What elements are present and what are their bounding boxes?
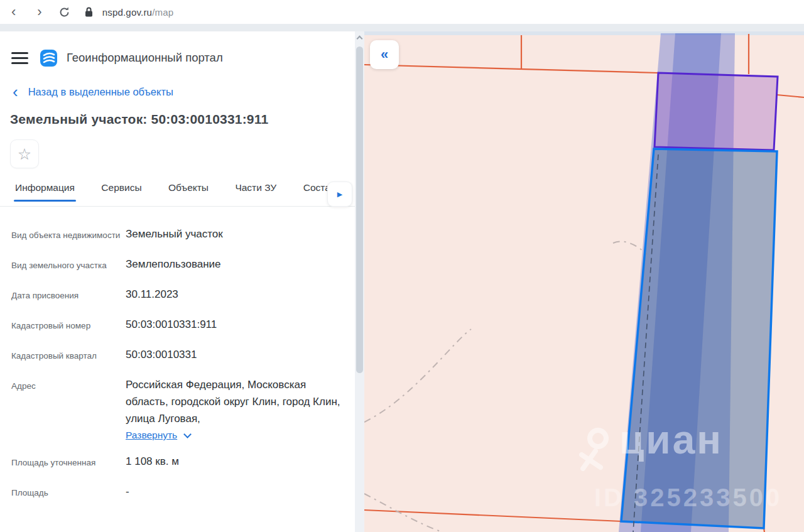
field-area: Площадь - bbox=[11, 483, 355, 501]
ssl-lock-icon[interactable] bbox=[84, 6, 94, 18]
portal-title: Геоинформационный портал bbox=[67, 51, 223, 65]
browser-reload-icon[interactable] bbox=[58, 6, 70, 18]
back-chevron-icon: ‹ bbox=[13, 85, 18, 98]
map-layers bbox=[364, 31, 804, 532]
chrome-divider bbox=[0, 24, 804, 31]
parcel-purple[interactable] bbox=[655, 73, 778, 150]
map-canvas[interactable]: « циан ID 325233500 bbox=[364, 31, 804, 532]
field-area-refined: Площадь уточненная 1 108 кв. м bbox=[11, 453, 355, 471]
address-expand-link[interactable]: Развернуть bbox=[126, 430, 345, 441]
tab-objects[interactable]: Объекты bbox=[168, 182, 209, 202]
field-assign-date: Дата присвоения 30.11.2023 bbox=[11, 286, 355, 304]
quarter-boundary-line bbox=[364, 510, 622, 521]
tab-parcel-parts[interactable]: Части ЗУ bbox=[235, 182, 276, 202]
contour-dashed-line bbox=[364, 329, 471, 422]
collapse-panel-button[interactable]: « bbox=[370, 40, 399, 69]
page-content: Геоинформационный портал ‹ Назад в выдел… bbox=[0, 31, 804, 532]
info-panel: Геоинформационный портал ‹ Назад в выдел… bbox=[0, 31, 364, 532]
portal-logo-icon bbox=[40, 49, 58, 67]
panel-scrollbar[interactable] bbox=[355, 31, 364, 532]
tab-services[interactable]: Сервисы bbox=[101, 182, 141, 202]
field-list: Вид объекта недвижимости Земельный участ… bbox=[0, 207, 355, 501]
url-host: nspd.gov.ru bbox=[102, 7, 152, 18]
scrollbar-thumb[interactable] bbox=[356, 46, 363, 373]
tab-information[interactable]: Информация bbox=[15, 182, 75, 202]
quarter-boundary-line bbox=[777, 95, 804, 97]
arrow-right-icon: ▶ bbox=[337, 190, 342, 198]
back-link[interactable]: ‹ Назад в выделенные объекты bbox=[13, 85, 355, 98]
tab-bar: Информация Сервисы Объекты Части ЗУ Сост… bbox=[0, 182, 355, 207]
browser-toolbar: ‹ › nspd.gov.ru/map bbox=[0, 0, 804, 24]
field-object-kind: Вид объекта недвижимости Земельный участ… bbox=[11, 225, 355, 244]
map-top-strip bbox=[364, 31, 804, 35]
field-cadastral-quarter: Кадастровый квартал 50:03:0010331 bbox=[11, 346, 355, 364]
url-path: /map bbox=[152, 7, 173, 18]
tabs-scroll-right-button[interactable]: ▶ bbox=[327, 182, 352, 207]
chevron-down-icon bbox=[183, 430, 192, 438]
parcel-selected[interactable] bbox=[621, 149, 777, 528]
scroll-up-icon[interactable] bbox=[357, 36, 363, 42]
page-title: Земельный участок: 50:03:0010331:911 bbox=[10, 112, 355, 127]
double-chevron-left-icon: « bbox=[381, 48, 388, 62]
url-bar[interactable]: nspd.gov.ru/map bbox=[102, 7, 174, 18]
favorite-button[interactable]: ☆ bbox=[10, 139, 39, 168]
portal-header: Геоинформационный портал bbox=[0, 31, 355, 70]
browser-forward-icon[interactable]: › bbox=[35, 5, 44, 19]
browser-back-icon[interactable]: ‹ bbox=[9, 5, 18, 19]
star-icon: ☆ bbox=[18, 146, 31, 162]
field-address: Адрес Российская Федерация, Московская о… bbox=[11, 376, 355, 441]
contour-dashed-line bbox=[613, 241, 647, 254]
address-value: Российская Федерация, Московская область… bbox=[126, 376, 345, 427]
field-parcel-kind: Вид земельного участка Землепользование bbox=[11, 256, 355, 274]
back-link-label: Назад в выделенные объекты bbox=[28, 86, 173, 98]
field-cadastral-number: Кадастровый номер 50:03:0010331:911 bbox=[11, 316, 355, 334]
menu-icon[interactable] bbox=[11, 49, 28, 67]
quarter-boundary-line bbox=[364, 65, 658, 73]
tab-composition-clipped[interactable]: Соста bbox=[303, 182, 330, 202]
